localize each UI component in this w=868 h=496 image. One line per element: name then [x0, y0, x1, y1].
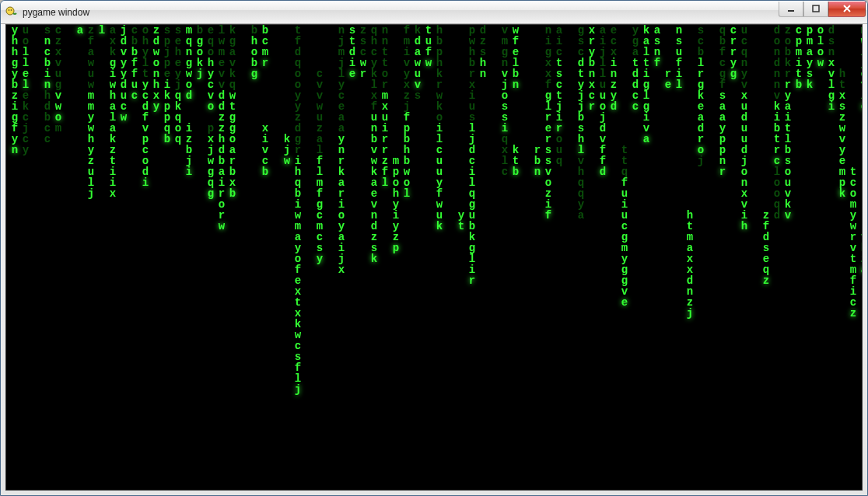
rain-char: o: [499, 90, 510, 101]
rain-char: p: [793, 36, 804, 47]
rain-char: l: [314, 145, 325, 155]
rain-char: q: [205, 177, 216, 188]
rain-char: j: [684, 308, 695, 319]
rain-char: x: [292, 308, 303, 319]
rain-column: kdawuvs: [412, 25, 423, 101]
rain-column: sncbinhdbcc: [42, 25, 53, 145]
rain-char: l: [107, 112, 118, 123]
rain-char: j: [499, 79, 510, 90]
rain-char: v: [227, 58, 238, 68]
rain-column: ecxinzyd: [608, 25, 619, 112]
rain-char: j: [162, 47, 173, 58]
rain-char: k: [782, 58, 793, 68]
rain-column: xivcb: [260, 123, 271, 177]
rain-char: h: [86, 134, 96, 145]
rain-char: k: [510, 145, 521, 155]
rain-char: r: [467, 68, 478, 79]
rain-char: t: [380, 47, 390, 58]
rain-char: i: [292, 199, 303, 210]
rain-column: ktb: [510, 145, 521, 177]
rain-char: v: [499, 68, 510, 79]
rain-char: i: [826, 101, 837, 112]
rain-char: v: [739, 79, 750, 90]
rain-char: x: [107, 188, 118, 199]
rain-char: b: [249, 25, 260, 36]
rain-char: x: [586, 25, 597, 36]
rain-char: y: [86, 112, 96, 123]
rain-char: g: [630, 36, 641, 47]
rain-char: f: [619, 177, 630, 188]
minimize-button[interactable]: [779, 2, 803, 17]
rain-char: w: [292, 330, 303, 341]
rain-char: x: [205, 134, 216, 145]
rain-char: l: [467, 177, 478, 188]
rain-char: i: [739, 210, 750, 221]
close-button[interactable]: [828, 2, 866, 17]
rain-char: s: [358, 36, 369, 47]
rain-char: l: [772, 166, 782, 177]
rain-char: r: [380, 145, 390, 155]
rain-char: t: [576, 68, 586, 79]
rain-char: a: [717, 101, 728, 112]
window-titlebar[interactable]: pygame window: [1, 1, 867, 24]
rain-char: m: [216, 47, 227, 58]
rain-char: y: [140, 79, 151, 90]
rain-char: p: [401, 123, 412, 134]
rain-char: j: [282, 145, 292, 155]
rain-char: f: [543, 210, 554, 221]
rain-char: e: [20, 90, 31, 101]
rain-char: x: [739, 188, 750, 199]
rain-char: f: [717, 79, 728, 90]
rain-column: xrybnxcr: [586, 25, 597, 112]
rain-char: b: [532, 155, 543, 166]
rain-char: p: [162, 101, 173, 112]
rain-char: g: [619, 264, 630, 275]
rain-char: f: [129, 68, 140, 79]
rain-char: b: [782, 47, 793, 58]
rain-char: k: [20, 101, 31, 112]
rain-char: y: [608, 90, 619, 101]
rain-char: p: [162, 36, 173, 47]
rain-char: d: [216, 145, 227, 155]
rain-char: r: [380, 79, 390, 90]
rain-char: j: [118, 25, 129, 36]
rain-char: y: [717, 123, 728, 134]
rain-char: q: [205, 36, 216, 47]
rain-char: e: [173, 36, 184, 47]
rain-char: b: [249, 58, 260, 68]
rain-char: p: [140, 134, 151, 145]
rain-char: h: [434, 25, 445, 36]
rain-char: o: [227, 134, 238, 145]
rain-column: kaltiglgiva: [641, 25, 652, 145]
rain-column: htmaxxdnzj: [684, 210, 695, 319]
rain-char: e: [663, 79, 674, 90]
rain-char: m: [793, 47, 804, 58]
rain-char: b: [717, 36, 728, 47]
rain-column: uollelekcjcy: [20, 25, 31, 155]
rain-char: y: [630, 25, 641, 36]
rain-char: q: [772, 199, 782, 210]
rain-char: c: [140, 145, 151, 155]
rain-char: b: [216, 155, 227, 166]
rain-char: m: [401, 36, 412, 47]
rain-char: g: [205, 166, 216, 177]
rain-char: p: [390, 243, 401, 253]
rain-char: o: [815, 47, 826, 58]
rain-char: q: [576, 188, 586, 199]
rain-char: d: [684, 275, 695, 286]
rain-char: v: [118, 47, 129, 58]
rain-char: k: [837, 188, 848, 199]
maximize-button[interactable]: [803, 2, 828, 17]
rain-char: a: [412, 47, 423, 58]
rain-char: n: [826, 47, 837, 58]
rain-char: y: [140, 47, 151, 58]
rain-char: a: [641, 36, 652, 47]
rain-char: t: [619, 155, 630, 166]
rain-column: kgavkqwtggoarbxb: [227, 25, 238, 199]
rain-char: c: [314, 232, 325, 243]
rain-char: i: [434, 123, 445, 134]
rain-char: u: [380, 112, 390, 123]
rain-char: b: [793, 79, 804, 90]
rain-char: w: [837, 123, 848, 134]
rain-char: w: [86, 58, 96, 68]
